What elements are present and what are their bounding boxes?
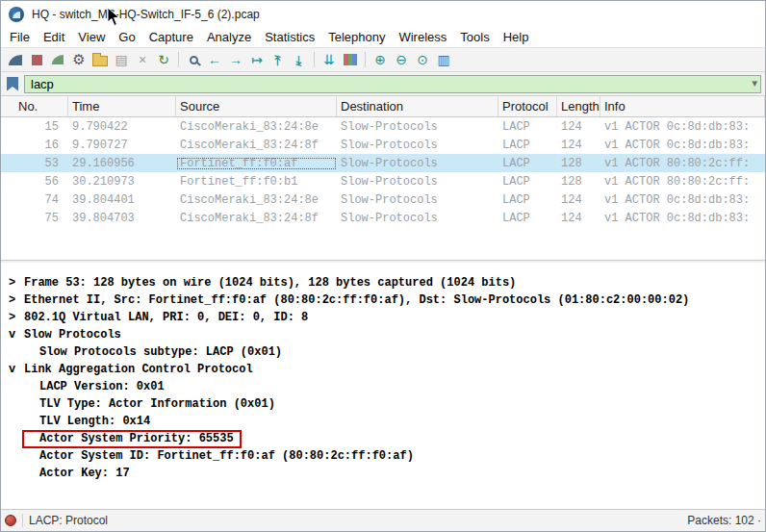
restart-capture-icon[interactable] — [47, 49, 68, 70]
title-bar: HQ - switch_MS-HQ-Switch_IF-5_6 (2).pcap — [1, 1, 765, 27]
cell-destination: Slow-Protocols — [337, 193, 498, 207]
cell-no: 16 — [1, 139, 68, 152]
packet-row[interactable]: 16 9.790727 CiscoMeraki_83:24:8f Slow-Pr… — [1, 136, 765, 154]
go-first-icon[interactable]: ⇤ — [268, 49, 289, 70]
menu-go[interactable]: Go — [112, 28, 141, 46]
capture-options-icon[interactable]: ⚙ — [68, 49, 89, 70]
packet-row[interactable]: 56 30.210973 Fortinet_ff:f0:b1 Slow-Prot… — [1, 172, 765, 190]
menu-analyze[interactable]: Analyze — [200, 28, 258, 46]
go-back-icon[interactable]: ← — [204, 49, 225, 70]
reload-file-icon[interactable]: ↻ — [153, 49, 174, 70]
detail-line-actor-system-id[interactable]: Actor System ID: Fortinet_ff:f0:af (80:8… — [1, 447, 765, 465]
cell-source: CiscoMeraki_83:24:8e — [176, 120, 337, 134]
detail-text: TLV Type: Actor Information (0x01) — [39, 397, 275, 411]
start-capture-icon[interactable] — [5, 49, 26, 70]
resize-columns-icon[interactable]: ▥ — [433, 49, 454, 70]
packet-row[interactable]: 75 39.804703 CiscoMeraki_83:24:8f Slow-P… — [1, 209, 765, 227]
packet-row-selected[interactable]: 53 29.160956 Fortinet_ff:f0:af Slow-Prot… — [1, 154, 765, 172]
filter-bookmark-icon[interactable] — [7, 77, 18, 91]
cell-protocol: LACP — [498, 139, 557, 152]
column-header-destination[interactable]: Destination — [337, 96, 498, 116]
go-forward-icon[interactable]: → — [225, 49, 246, 70]
detail-line-frame[interactable]: >Frame 53: 128 bytes on wire (1024 bits)… — [1, 274, 765, 291]
detail-line-slow-subtype[interactable]: Slow Protocols subtype: LACP (0x01) — [1, 343, 765, 361]
cell-info: v1 ACTOR 0c:8d:db:83: — [600, 120, 765, 134]
detail-text: Slow Protocols subtype: LACP (0x01) — [39, 345, 282, 359]
wireshark-app-icon — [9, 7, 24, 22]
colorize-icon[interactable] — [340, 49, 361, 70]
zoom-out-icon[interactable]: ⊖ — [391, 49, 412, 70]
cell-destination: Slow-Protocols — [337, 175, 498, 189]
open-file-icon[interactable] — [89, 49, 111, 70]
detail-line-tlv-length[interactable]: TLV Length: 0x14 — [1, 413, 765, 430]
filter-dropdown-icon[interactable]: ▾ — [752, 77, 757, 89]
cell-time: 39.804401 — [68, 193, 176, 207]
cell-source: Fortinet_ff:f0:af — [176, 157, 337, 170]
zoom-in-icon[interactable]: ⊕ — [370, 49, 391, 70]
cell-source: CiscoMeraki_83:24:8f — [176, 139, 337, 152]
save-file-icon[interactable]: ▤ — [111, 49, 132, 70]
menu-wireless[interactable]: Wireless — [392, 28, 453, 46]
packet-row[interactable]: 15 9.790422 CiscoMeraki_83:24:8e Slow-Pr… — [1, 117, 765, 136]
collapse-arrow-icon[interactable]: v — [9, 326, 24, 343]
cell-destination: Slow-Protocols — [337, 212, 498, 225]
detail-line-actor-key[interactable]: Actor Key: 17 — [1, 465, 765, 482]
close-file-icon[interactable]: × — [132, 49, 153, 70]
expert-info-icon[interactable] — [5, 515, 16, 526]
column-header-protocol[interactable]: Protocol — [498, 96, 557, 116]
column-header-no[interactable]: No. — [1, 96, 68, 116]
collapse-arrow-icon[interactable]: v — [9, 361, 24, 378]
go-last-icon[interactable]: ⇥ — [289, 49, 310, 70]
column-header-source[interactable]: Source — [176, 96, 337, 116]
cell-info: v1 ACTOR 80:80:2c:ff: — [600, 175, 765, 189]
stop-capture-icon[interactable] — [26, 49, 47, 70]
expand-arrow-icon[interactable]: > — [9, 274, 24, 291]
menu-file[interactable]: File — [3, 28, 37, 46]
cell-no: 53 — [1, 157, 68, 170]
toolbar-separator — [365, 52, 366, 67]
detail-text: Actor System ID: Fortinet_ff:f0:af (80:8… — [39, 449, 414, 463]
detail-text: Frame 53: 128 bytes on wire (1024 bits),… — [24, 276, 516, 290]
detail-line-ethernet[interactable]: >Ethernet II, Src: Fortinet_ff:f0:af (80… — [1, 291, 765, 309]
status-field-label: LACP: Protocol — [29, 514, 108, 527]
cell-info: v1 ACTOR 0c:8d:db:83: — [600, 139, 765, 152]
detail-text: Slow Protocols — [24, 328, 121, 342]
packet-list-header: No. Time Source Destination Protocol Len… — [1, 96, 765, 117]
detail-line-tlv-type[interactable]: TLV Type: Actor Information (0x01) — [1, 395, 765, 413]
detail-text: Ethernet II, Src: Fortinet_ff:f0:af (80:… — [24, 293, 689, 307]
menu-view[interactable]: View — [71, 28, 112, 46]
go-to-packet-icon[interactable]: ↦ — [246, 49, 268, 70]
menu-statistics[interactable]: Statistics — [258, 28, 321, 46]
find-packet-icon[interactable] — [183, 49, 204, 70]
column-header-length[interactable]: Length — [557, 96, 600, 116]
detail-line-actor-system-priority[interactable]: Actor System Priority: 65535 — [1, 430, 765, 447]
cell-source: CiscoMeraki_83:24:8f — [176, 212, 337, 225]
wireshark-window: HQ - switch_MS-HQ-Switch_IF-5_6 (2).pcap… — [0, 0, 766, 532]
main-toolbar: ⚙ ▤ × ↻ ← → ↦ ⇤ ⇥ ⇊ ⊕ ⊖ ⊙ ▥ — [1, 47, 765, 72]
detail-line-lacp[interactable]: vLink Aggregation Control Protocol — [1, 361, 765, 378]
detail-line-vlan[interactable]: >802.1Q Virtual LAN, PRI: 0, DEI: 0, ID:… — [1, 309, 765, 326]
status-bar: LACP: Protocol Packets: 102 · — [1, 509, 765, 531]
expand-arrow-icon[interactable]: > — [9, 309, 24, 326]
cell-length: 128 — [557, 157, 600, 170]
column-header-info[interactable]: Info — [600, 96, 765, 116]
display-filter-input[interactable] — [24, 75, 761, 93]
cell-time: 29.160956 — [68, 157, 176, 170]
expand-arrow-icon[interactable]: > — [9, 291, 24, 309]
menu-edit[interactable]: Edit — [37, 28, 71, 46]
packet-row[interactable]: 74 39.804401 CiscoMeraki_83:24:8e Slow-P… — [1, 190, 765, 209]
cell-time: 39.804703 — [68, 212, 176, 225]
detail-line-lacp-version[interactable]: LACP Version: 0x01 — [1, 378, 765, 395]
menu-tools[interactable]: Tools — [453, 28, 496, 46]
cell-no: 74 — [1, 193, 68, 207]
auto-scroll-icon[interactable]: ⇊ — [319, 49, 340, 70]
menu-help[interactable]: Help — [497, 28, 536, 46]
menu-capture[interactable]: Capture — [142, 28, 200, 46]
zoom-original-icon[interactable]: ⊙ — [412, 49, 433, 70]
column-header-time[interactable]: Time — [68, 96, 176, 116]
detail-text: LACP Version: 0x01 — [39, 380, 165, 393]
packet-list: 15 9.790422 CiscoMeraki_83:24:8e Slow-Pr… — [1, 117, 765, 227]
detail-text: 802.1Q Virtual LAN, PRI: 0, DEI: 0, ID: … — [24, 311, 308, 324]
detail-line-slow-protocols[interactable]: vSlow Protocols — [1, 326, 765, 343]
menu-telephony[interactable]: Telephony — [321, 28, 392, 46]
